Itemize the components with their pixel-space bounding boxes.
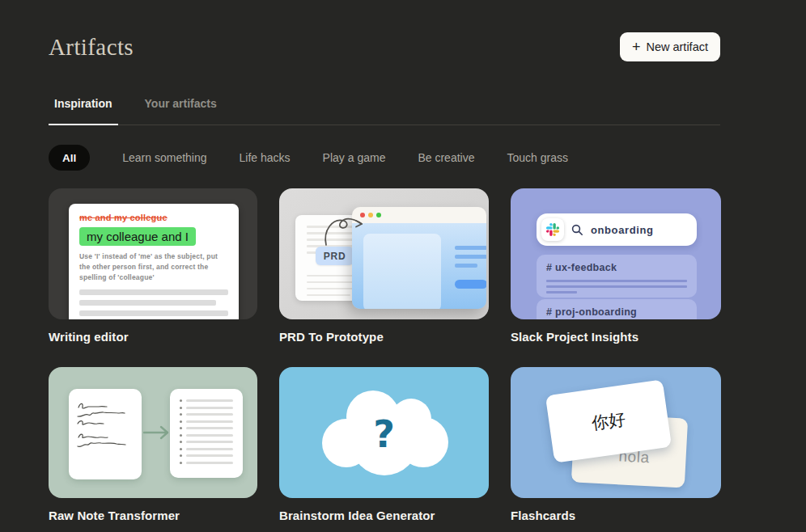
list-item — [180, 434, 233, 437]
card-writing-editor: me and my collegue my colleague and I Us… — [49, 188, 257, 367]
editor-paper: me and my collegue my colleague and I Us… — [69, 204, 239, 319]
text-line — [546, 285, 687, 288]
flashcards-tile[interactable]: hola 你好 — [511, 367, 721, 498]
list-item — [180, 454, 233, 457]
filter-all[interactable]: All — [49, 145, 90, 171]
card-grid: me and my collegue my colleague and I Us… — [49, 188, 720, 532]
filter-play-a-game[interactable]: Play a game — [323, 151, 386, 164]
channel-panel: # proj-onboarding — [537, 299, 697, 319]
text-line — [455, 255, 486, 259]
channel-name: # ux-feedback — [546, 262, 687, 273]
handwritten-note — [69, 389, 142, 479]
text-line — [546, 291, 577, 293]
filter-learn-something[interactable]: Learn something — [122, 151, 206, 164]
strikethrough-text: me and my collegue — [79, 213, 228, 222]
card-prd-to-prototype: PRD — [279, 188, 489, 367]
writing-editor-tile[interactable]: me and my collegue my colleague and I Us… — [49, 188, 257, 319]
plus-icon: + — [632, 40, 641, 54]
prd-tile[interactable]: PRD — [279, 188, 489, 319]
tab-your-artifacts[interactable]: Your artifacts — [139, 95, 223, 125]
text-line — [455, 264, 477, 268]
doc-line — [307, 294, 350, 297]
structured-note — [170, 389, 243, 478]
new-artifact-label: New artifact — [646, 40, 708, 53]
artifacts-page: Artifacts + New artifact Inspiration You… — [0, 0, 806, 532]
brainstorm-tile[interactable]: ? — [279, 367, 489, 498]
question-mark-glyph: ? — [279, 412, 489, 456]
slack-logo-icon — [541, 218, 564, 241]
content-area: Artifacts + New artifact Inspiration You… — [49, 0, 720, 532]
filter-bar: All Learn something Life hacks Play a ga… — [49, 145, 568, 171]
card-raw-note-transformer: Raw Note Transformer — [49, 367, 257, 532]
filter-touch-grass[interactable]: Touch grass — [507, 151, 567, 164]
slack-tile[interactable]: onboarding # ux-feedback # proj-onboardi… — [511, 188, 721, 319]
filter-life-hacks[interactable]: Life hacks — [240, 151, 291, 164]
card-flashcards: hola 你好 Flashcards — [511, 367, 721, 532]
raw-note-tile[interactable] — [49, 367, 257, 498]
list-item — [180, 420, 233, 423]
placeholder-lines — [79, 289, 228, 319]
channel-panel: # ux-feedback — [537, 255, 697, 298]
tab-inspiration[interactable]: Inspiration — [49, 95, 118, 125]
new-artifact-button[interactable]: + New artifact — [620, 32, 720, 61]
list-item — [180, 427, 233, 429]
placeholder-line — [79, 289, 228, 295]
cta-button-shape — [455, 280, 486, 289]
placeholder-line — [79, 300, 216, 306]
list-item — [180, 407, 233, 409]
tab-bar: Inspiration Your artifacts — [49, 95, 720, 125]
highlighted-correction: my colleague and I — [79, 227, 196, 246]
content-panel — [363, 234, 441, 309]
browser-body — [352, 223, 486, 309]
edit-explanation: Use 'I' instead of 'me' as the subject, … — [79, 251, 228, 282]
page-title: Artifacts — [49, 34, 134, 61]
list-item — [180, 448, 233, 450]
curved-arrow-icon — [320, 209, 370, 250]
search-query: onboarding — [591, 224, 654, 236]
flashcard-front-text: 你好 — [590, 407, 626, 435]
card-title: Flashcards — [511, 509, 721, 522]
maximize-window-icon — [376, 213, 381, 217]
card-brainstorm-idea-generator: ? Brainstorm Idea Generator — [279, 367, 489, 532]
list-item — [180, 441, 233, 443]
card-slack-project-insights: onboarding # ux-feedback # proj-onboardi… — [511, 188, 721, 367]
card-title: Brainstorm Idea Generator — [279, 509, 489, 522]
text-line — [455, 246, 486, 250]
card-title: Raw Note Transformer — [49, 509, 257, 522]
slack-search-bar: onboarding — [537, 213, 697, 246]
list-item — [180, 399, 233, 402]
channel-name: # proj-onboarding — [546, 306, 687, 318]
text-line — [546, 280, 687, 282]
list-item — [180, 462, 233, 464]
placeholder-line — [79, 310, 228, 316]
search-icon — [571, 224, 583, 236]
scribble-lines — [69, 389, 142, 479]
list-item — [180, 413, 233, 416]
prototype-browser-window — [352, 207, 486, 309]
card-title: PRD To Prototype — [279, 330, 489, 344]
browser-toolbar — [352, 207, 486, 223]
header: Artifacts + New artifact — [49, 32, 720, 61]
card-title: Slack Project Insights — [511, 330, 721, 344]
card-title: Writing editor — [49, 330, 257, 344]
filter-be-creative[interactable]: Be creative — [418, 151, 474, 164]
